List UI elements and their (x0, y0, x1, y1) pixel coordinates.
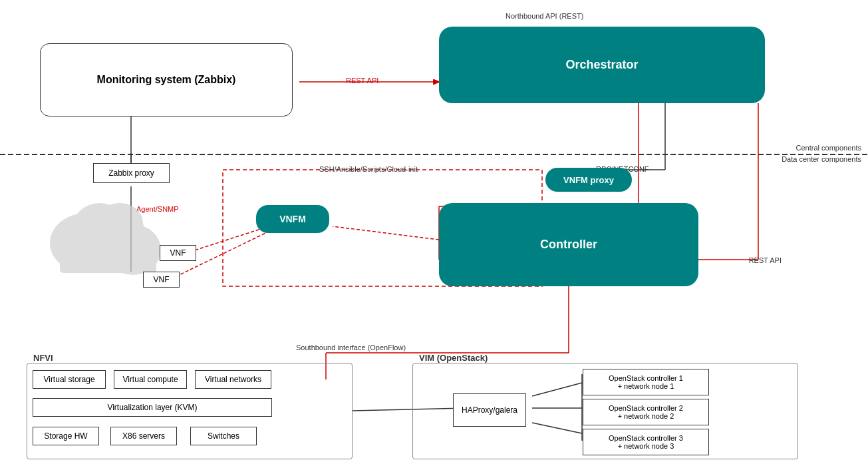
rest-api-top-label: REST API (346, 77, 378, 85)
monitoring-label: Monitoring system (Zabbix) (97, 74, 236, 86)
virtual-compute-label: Virtual compute (122, 375, 178, 384)
southbound-label: Southbound interface (OpenFlow) (296, 344, 406, 351)
monitoring-box: Monitoring system (Zabbix) (40, 43, 293, 116)
orchestrator-label: Orchestrator (565, 58, 638, 72)
vnf1-label: VNF (170, 248, 186, 258)
haproxy-label: HAProxy/galera (462, 405, 517, 415)
virtual-networks-box: Virtual networks (195, 370, 271, 389)
dc-components-label: Data center components (782, 155, 861, 163)
vnfm-proxy-box: VNFM proxy (545, 168, 632, 192)
os-controller1-box: OpenStack controller 1 + network node 1 (583, 369, 709, 395)
nfvi-boundary: Virtual storage Virtual compute Virtual … (27, 363, 353, 459)
os-controller3-box: OpenStack controller 3 + network node 3 (583, 429, 709, 455)
northbound-api-label: Northbound API (REST) (506, 12, 583, 20)
central-components-label: Central components (796, 144, 861, 152)
haproxy-box: HAProxy/galera (453, 393, 526, 427)
os-controller3-label: OpenStack controller 3 + network node 3 (609, 434, 683, 450)
virt-layer-box: Virtualization layer (KVM) (33, 398, 272, 417)
vim-label: VIM (OpenStack) (419, 353, 488, 363)
storage-hw-box: Storage HW (33, 427, 99, 445)
switches-box: Switches (190, 427, 257, 445)
vnf2-label: VNF (154, 275, 170, 284)
svg-rect-29 (60, 243, 156, 273)
virtual-storage-box: Virtual storage (33, 370, 106, 389)
switches-label: Switches (208, 431, 239, 441)
x86-servers-box: X86 servers (110, 427, 177, 445)
x86-servers-label: X86 servers (122, 431, 165, 441)
vnfm-label: VNFM (279, 214, 306, 224)
virtual-storage-label: Virtual storage (43, 375, 94, 384)
vnfm-proxy-label: VNFM proxy (563, 175, 614, 185)
rest-api-right-label: REST API (749, 256, 782, 264)
vnfm-box: VNFM (256, 205, 329, 233)
vnf2-box: VNF (143, 272, 180, 288)
virtual-networks-label: Virtual networks (205, 375, 261, 384)
storage-hw-label: Storage HW (44, 431, 87, 441)
controller-label: Controller (540, 238, 597, 252)
virt-layer-label: Virtualization layer (KVM) (107, 403, 197, 412)
orchestrator-box: Orchestrator (439, 27, 765, 103)
virtual-compute-box: Virtual compute (114, 370, 187, 389)
cloud-svg (47, 176, 163, 276)
controller-box: Controller (439, 203, 698, 286)
vim-boundary: HAProxy/galera OpenStack controller 1 + … (412, 363, 798, 459)
diagram-container: Central components Data center component… (0, 0, 868, 466)
vnf1-box: VNF (160, 245, 196, 261)
os-controller2-label: OpenStack controller 2 + network node 2 (609, 404, 683, 420)
svg-point-28 (96, 203, 143, 243)
nfvi-label: NFVI (33, 353, 53, 363)
os-controller2-box: OpenStack controller 2 + network node 2 (583, 399, 709, 425)
os-controller1-label: OpenStack controller 1 + network node 1 (609, 374, 683, 390)
ssh-ansible-label: SSH/Ansible/Scripts/Cloud-init (319, 165, 418, 173)
svg-line-18 (333, 226, 439, 240)
